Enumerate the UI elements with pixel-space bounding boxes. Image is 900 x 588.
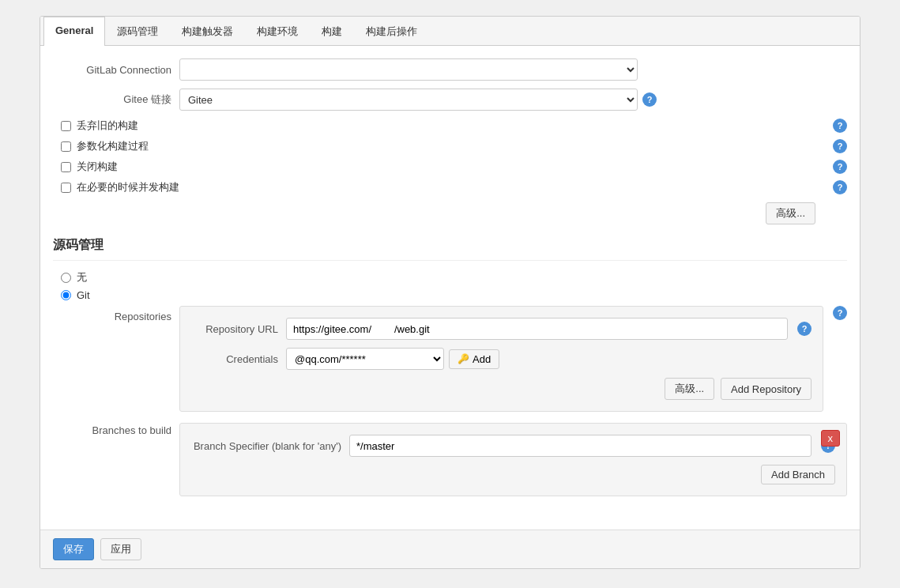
checkbox-concurrent[interactable]: [61, 183, 71, 193]
tabs-bar: General 源码管理 构建触发器 构建环境 构建 构建后操作: [40, 17, 860, 46]
repo-url-row: Repository URL ?: [191, 318, 812, 340]
bottom-buttons: 保存 应用: [40, 530, 860, 568]
repo-url-control: ?: [286, 318, 812, 340]
apply-button[interactable]: 应用: [100, 538, 141, 560]
add-repository-button[interactable]: Add Repository: [721, 378, 812, 400]
checkbox-param[interactable]: [61, 141, 71, 152]
repositories-row: Repositories Repository URL ?: [53, 306, 847, 412]
gitee-help-icon[interactable]: ?: [642, 92, 657, 107]
radio-git-row: Git: [53, 289, 847, 301]
repo-url-label: Repository URL: [191, 323, 286, 335]
tab-general[interactable]: General: [43, 17, 105, 46]
branches-content: x Branch Specifier (blank for 'any') ?: [179, 420, 847, 496]
source-section-title: 源码管理: [53, 237, 847, 261]
credentials-row: Credentials @qq.com/****** 🔑 Add: [191, 348, 812, 370]
checkbox-discard-row: 丢弃旧的构建 ?: [53, 119, 847, 133]
gitee-control: Gitee: [179, 89, 638, 111]
branches-label: Branches to build: [53, 420, 179, 436]
radio-none-label: 无: [77, 270, 87, 285]
tab-post[interactable]: 构建后操作: [354, 17, 429, 46]
checkbox-close[interactable]: [61, 162, 71, 172]
checkbox-close-label: 关闭构建: [77, 160, 118, 174]
repositories-container: Repository URL ? Credentials: [179, 306, 823, 412]
tab-trigger[interactable]: 构建触发器: [170, 17, 245, 46]
branch-specifier-input[interactable]: [349, 435, 812, 457]
repos-btn-row: 高级... Add Repository: [191, 378, 812, 400]
gitee-label: Gitee 链接: [53, 92, 179, 107]
checkbox-close-row: 关闭构建 ?: [53, 160, 847, 174]
tab-source[interactable]: 源码管理: [105, 17, 170, 46]
branches-row: Branches to build x Branch Specifier (bl…: [53, 420, 847, 496]
repo-url-help-icon[interactable]: ?: [797, 322, 812, 336]
credentials-add-button[interactable]: 🔑 Add: [449, 349, 499, 369]
gitee-connection-row: Gitee 链接 Gitee ?: [53, 89, 847, 111]
source-section: 源码管理 无 Git Repositories: [53, 237, 847, 496]
checkbox-concurrent-label: 在必要的时候并发构建: [77, 180, 179, 194]
repositories-help-icon[interactable]: ?: [833, 306, 847, 320]
save-button[interactable]: 保存: [53, 538, 94, 560]
checkbox-discard-label: 丢弃旧的构建: [77, 119, 138, 133]
gitlab-label: GitLab Connection: [53, 64, 179, 76]
radio-none[interactable]: [61, 273, 71, 283]
radio-git[interactable]: [61, 290, 71, 300]
tab-build[interactable]: 构建: [310, 17, 354, 46]
add-branch-button[interactable]: Add Branch: [761, 465, 835, 484]
checkbox-param-row: 参数化构建过程 ?: [53, 139, 847, 153]
checkbox-close-help[interactable]: ?: [833, 160, 847, 174]
checkbox-concurrent-row: 在必要的时候并发构建 ?: [53, 180, 847, 194]
key-icon: 🔑: [458, 353, 469, 364]
radio-git-label: Git: [77, 289, 90, 301]
repositories-label: Repositories: [53, 306, 179, 322]
repos-advanced-button[interactable]: 高级...: [665, 378, 714, 400]
branch-specifier-row: Branch Specifier (blank for 'any') ?: [191, 435, 835, 457]
checkbox-discard-help[interactable]: ?: [833, 119, 847, 133]
delete-branch-button[interactable]: x: [821, 430, 841, 447]
content-area: GitLab Connection Gitee 链接 Gitee ?: [40, 46, 860, 517]
advanced-btn-row: 高级...: [53, 202, 847, 224]
branches-container: x Branch Specifier (blank for 'any') ?: [179, 423, 847, 496]
credentials-select[interactable]: @qq.com/******: [286, 348, 444, 370]
checkbox-discard[interactable]: [61, 121, 71, 131]
gitee-select[interactable]: Gitee: [179, 89, 638, 111]
checkbox-concurrent-help[interactable]: ?: [833, 180, 847, 194]
checkbox-param-help[interactable]: ?: [833, 139, 847, 153]
repositories-content: Repository URL ? Credentials: [179, 306, 823, 412]
gitlab-connection-row: GitLab Connection: [53, 58, 847, 81]
branch-specifier-control: ?: [349, 435, 835, 457]
credentials-control: @qq.com/****** 🔑 Add: [286, 348, 812, 370]
radio-none-row: 无: [53, 270, 847, 285]
checkbox-param-label: 参数化构建过程: [77, 139, 149, 153]
credentials-add-label: Add: [473, 353, 491, 365]
branch-specifier-label: Branch Specifier (blank for 'any'): [191, 440, 349, 452]
repo-url-input[interactable]: [286, 318, 788, 340]
tab-env[interactable]: 构建环境: [245, 17, 310, 46]
add-branch-btn-row: Add Branch: [191, 465, 835, 484]
gitlab-select[interactable]: [179, 58, 638, 81]
gitlab-control: [179, 58, 638, 81]
credentials-label: Credentials: [191, 353, 286, 365]
advanced-button[interactable]: 高级...: [766, 202, 815, 224]
